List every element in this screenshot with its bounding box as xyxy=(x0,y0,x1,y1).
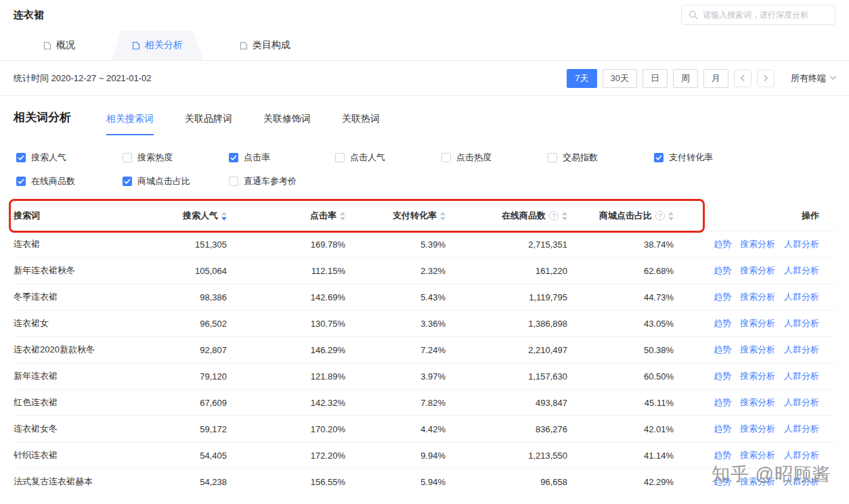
filter-label: 点击率 xyxy=(244,152,270,164)
sort-icon[interactable] xyxy=(440,212,445,221)
conversion-cell: 9.94% xyxy=(345,451,445,461)
search-analysis-link[interactable]: 搜索分析 xyxy=(740,291,775,303)
online-products-cell: 1,213,550 xyxy=(445,451,567,461)
actions-cell: 趋势 搜索分析 人群分析 xyxy=(674,449,835,461)
filter-transaction-index[interactable]: 交易指数 xyxy=(548,152,654,164)
audience-analysis-link[interactable]: 人群分析 xyxy=(784,449,819,461)
search-popularity-cell: 54,238 xyxy=(159,477,227,487)
audience-analysis-link[interactable]: 人群分析 xyxy=(784,291,819,303)
column-header-actions: 操作 xyxy=(674,210,835,222)
subtab-related-search-words[interactable]: 相关搜索词 xyxy=(106,113,154,135)
trend-link[interactable]: 趋势 xyxy=(714,238,731,250)
ctr-cell: 146.29% xyxy=(227,345,345,355)
column-header-search-popularity: 搜索人气 xyxy=(159,210,227,222)
trend-link[interactable]: 趋势 xyxy=(714,265,731,277)
stat-time-label: 统计时间 2020-12-27 ~ 2021-01-02 xyxy=(14,72,151,85)
filter-payment-conversion[interactable]: 支付转化率 xyxy=(654,152,760,164)
tab-label: 概况 xyxy=(56,39,75,51)
sort-icon[interactable] xyxy=(562,212,567,221)
checkbox-icon xyxy=(123,153,132,162)
search-analysis-link[interactable]: 搜索分析 xyxy=(740,370,775,382)
search-box[interactable] xyxy=(681,5,835,25)
keyword-cell: 连衣裙2020新款秋冬 xyxy=(14,344,159,356)
top-header: 连衣裙 xyxy=(0,0,849,30)
actions-cell: 趋势 搜索分析 人群分析 xyxy=(674,317,835,329)
next-button[interactable] xyxy=(757,70,775,87)
keywords-table: 搜索词 搜索人气 点击率 支付转化率 在线商品数 商城点击占比 操作 连衣裙 xyxy=(0,201,849,495)
range-button-week[interactable]: 周 xyxy=(673,69,698,88)
filter-label: 在线商品数 xyxy=(31,175,75,187)
filter-search-heat[interactable]: 搜索热度 xyxy=(123,152,229,164)
sort-icon[interactable] xyxy=(668,212,674,221)
checkbox-icon xyxy=(335,153,345,162)
filter-click-heat[interactable]: 点击热度 xyxy=(441,152,548,164)
ctr-cell: 130.75% xyxy=(227,319,345,329)
subtab-related-hot-words[interactable]: 关联热词 xyxy=(342,113,380,135)
search-icon xyxy=(689,10,698,20)
search-analysis-link[interactable]: 搜索分析 xyxy=(740,344,775,356)
conversion-cell: 5.94% xyxy=(345,477,445,487)
audience-analysis-link[interactable]: 人群分析 xyxy=(784,238,819,250)
search-popularity-cell: 92,807 xyxy=(159,345,227,355)
tab-category-composition[interactable]: 类目构成 xyxy=(219,30,311,60)
sort-icon[interactable] xyxy=(221,212,227,221)
ctr-cell: 170.20% xyxy=(227,424,345,434)
checkbox-icon xyxy=(229,153,238,162)
audience-analysis-link[interactable]: 人群分析 xyxy=(784,317,819,329)
trend-link[interactable]: 趋势 xyxy=(714,423,731,435)
column-header-ctr: 点击率 xyxy=(227,210,345,222)
ctr-cell: 142.32% xyxy=(227,398,345,408)
trend-link[interactable]: 趋势 xyxy=(714,317,731,329)
filter-online-products[interactable]: 在线商品数 xyxy=(16,175,123,187)
keyword-cell: 针织连衣裙 xyxy=(14,449,159,461)
range-button-day[interactable]: 日 xyxy=(643,69,668,88)
filter-ctr[interactable]: 点击率 xyxy=(229,152,335,164)
actions-cell: 趋势 搜索分析 人群分析 xyxy=(674,238,835,250)
search-input[interactable] xyxy=(703,10,828,20)
tab-related-analysis[interactable]: 相关分析 xyxy=(112,30,203,60)
filter-mall-click-share[interactable]: 商城点击占比 xyxy=(123,175,229,187)
help-icon[interactable] xyxy=(549,211,559,221)
search-popularity-cell: 54,405 xyxy=(159,451,227,461)
audience-analysis-link[interactable]: 人群分析 xyxy=(784,370,819,382)
search-analysis-link[interactable]: 搜索分析 xyxy=(740,317,775,329)
search-analysis-link[interactable]: 搜索分析 xyxy=(740,449,775,461)
range-button-month[interactable]: 月 xyxy=(703,69,728,88)
range-button-7d[interactable]: 7天 xyxy=(567,69,596,88)
online-products-cell: 96,658 xyxy=(445,477,567,487)
trend-link[interactable]: 趋势 xyxy=(714,291,731,303)
chevron-right-icon xyxy=(762,75,768,82)
filter-search-popularity[interactable]: 搜索人气 xyxy=(16,152,123,164)
audience-analysis-link[interactable]: 人群分析 xyxy=(784,396,819,409)
search-analysis-link[interactable]: 搜索分析 xyxy=(740,238,775,250)
range-button-30d[interactable]: 30天 xyxy=(603,69,637,88)
trend-link[interactable]: 趋势 xyxy=(714,396,731,409)
help-icon[interactable] xyxy=(655,211,665,221)
subtab-related-brand-words[interactable]: 关联品牌词 xyxy=(185,113,232,135)
sort-icon[interactable] xyxy=(340,212,345,221)
audience-analysis-link[interactable]: 人群分析 xyxy=(784,265,819,277)
actions-cell: 趋势 搜索分析 人群分析 xyxy=(674,344,835,356)
search-analysis-link[interactable]: 搜索分析 xyxy=(740,265,775,277)
subtab-related-modifier-words[interactable]: 关联修饰词 xyxy=(263,113,311,135)
actions-cell: 趋势 搜索分析 人群分析 xyxy=(674,265,835,277)
mall-click-share-cell: 60.50% xyxy=(567,371,674,382)
section-title: 相关词分析 xyxy=(14,110,71,135)
mall-click-share-cell: 45.11% xyxy=(567,398,674,408)
chevron-left-icon xyxy=(741,75,747,82)
search-analysis-link[interactable]: 搜索分析 xyxy=(740,423,775,435)
audience-analysis-link[interactable]: 人群分析 xyxy=(784,344,819,356)
checkbox-icon xyxy=(654,153,663,162)
ctr-cell: 142.69% xyxy=(227,292,345,302)
trend-link[interactable]: 趋势 xyxy=(714,449,731,461)
audience-analysis-link[interactable]: 人群分析 xyxy=(784,423,819,435)
filter-ztc-reference-price[interactable]: 直通车参考价 xyxy=(229,175,335,187)
prev-button[interactable] xyxy=(734,70,752,87)
trend-link[interactable]: 趋势 xyxy=(714,370,731,382)
tab-overview[interactable]: 概况 xyxy=(23,30,95,60)
trend-link[interactable]: 趋势 xyxy=(714,344,731,356)
filter-click-popularity[interactable]: 点击人气 xyxy=(335,152,441,164)
search-analysis-link[interactable]: 搜索分析 xyxy=(740,396,775,409)
filter-label: 搜索人气 xyxy=(31,152,66,164)
terminal-dropdown[interactable]: 所有终端 xyxy=(791,72,835,85)
